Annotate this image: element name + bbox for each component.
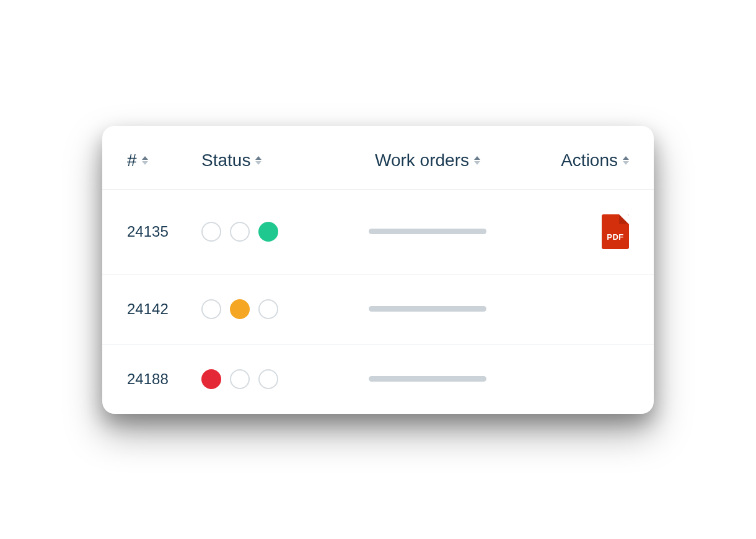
status-dot-empty (201, 222, 221, 242)
status-dot-empty (230, 369, 250, 389)
work-orders-table: # Status Work orders (102, 126, 654, 414)
status-indicator (201, 222, 278, 242)
sort-icon (474, 156, 480, 165)
column-header-status-label: Status (201, 151, 250, 170)
column-header-actions[interactable]: Actions (561, 151, 629, 170)
column-header-status[interactable]: Status (201, 151, 262, 170)
sort-icon (142, 156, 148, 165)
row-id: 24188 (127, 370, 169, 388)
table-header-row: # Status Work orders (102, 126, 654, 190)
pdf-icon-label: PDF (602, 232, 629, 242)
sort-icon (255, 156, 262, 165)
column-header-work-orders-label: Work orders (375, 151, 469, 170)
status-indicator (201, 299, 278, 319)
table-row[interactable]: 24135 PDF (102, 190, 654, 274)
row-id: 24142 (127, 300, 169, 318)
status-dot-red (201, 369, 221, 389)
status-dot-empty (258, 369, 278, 389)
column-header-number[interactable]: # (127, 151, 148, 170)
row-id: 24135 (127, 223, 169, 240)
pdf-download-button[interactable]: PDF (602, 214, 629, 249)
sort-icon (623, 156, 629, 165)
table-row[interactable]: 24142 (102, 274, 654, 344)
work-order-placeholder-bar (369, 306, 486, 312)
column-header-work-orders[interactable]: Work orders (375, 151, 480, 170)
table-row[interactable]: 24188 (102, 344, 654, 414)
status-indicator (201, 369, 278, 389)
work-order-placeholder-bar (369, 229, 486, 234)
status-dot-green (258, 222, 278, 242)
status-dot-empty (258, 299, 278, 319)
status-dot-empty (201, 299, 221, 319)
column-header-actions-label: Actions (561, 151, 618, 170)
work-order-placeholder-bar (369, 376, 486, 382)
status-dot-orange (230, 299, 250, 319)
status-dot-empty (230, 222, 250, 242)
pdf-icon: PDF (602, 214, 629, 249)
column-header-number-label: # (127, 151, 137, 170)
